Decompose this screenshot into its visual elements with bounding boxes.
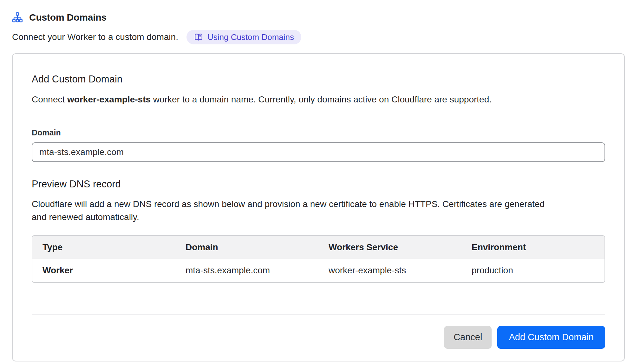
- card-description-suffix: worker to a domain name. Currently, only…: [151, 94, 492, 104]
- dns-table-header-row: Type Domain Workers Service Environment: [32, 236, 605, 259]
- workers-custom-domains-page: Custom Domains Connect your Worker to a …: [0, 0, 634, 364]
- card-footer: Cancel Add Custom Domain: [32, 326, 605, 349]
- card-description-prefix: Connect: [32, 94, 67, 104]
- column-header-domain: Domain: [175, 236, 318, 259]
- preview-dns-title: Preview DNS record: [32, 179, 605, 190]
- domain-label: Domain: [32, 128, 605, 137]
- card-title: Add Custom Domain: [32, 74, 605, 85]
- dns-table-header: Type Domain Workers Service Environment: [32, 236, 605, 259]
- page-subtitle: Connect your Worker to a custom domain.: [12, 32, 178, 42]
- dns-table-body: Worker mta-sts.example.com worker-exampl…: [32, 259, 605, 282]
- page-header: Custom Domains Connect your Worker to a …: [12, 12, 624, 44]
- cell-type: Worker: [32, 259, 175, 282]
- page-title-row: Custom Domains: [12, 12, 624, 23]
- footer-divider: [32, 314, 605, 315]
- table-row: Worker mta-sts.example.com worker-exampl…: [32, 259, 605, 282]
- preview-dns-description: Cloudflare will add a new DNS record as …: [32, 198, 549, 224]
- cell-domain: mta-sts.example.com: [175, 259, 318, 282]
- worker-name: worker-example-sts: [67, 94, 151, 104]
- add-custom-domain-button[interactable]: Add Custom Domain: [497, 326, 605, 349]
- column-header-type: Type: [32, 236, 175, 259]
- card-description: Connect worker-example-sts worker to a d…: [32, 94, 605, 105]
- dns-preview-table: Type Domain Workers Service Environment …: [32, 235, 605, 283]
- page-subtitle-row: Connect your Worker to a custom domain. …: [12, 30, 624, 44]
- cell-workers-service: worker-example-sts: [318, 259, 461, 282]
- docs-link-using-custom-domains[interactable]: Using Custom Domains: [186, 30, 301, 44]
- page-title: Custom Domains: [29, 12, 107, 23]
- add-custom-domain-card: Add Custom Domain Connect worker-example…: [12, 53, 625, 361]
- open-book-icon: [194, 32, 203, 42]
- docs-link-label: Using Custom Domains: [207, 32, 294, 42]
- sitemap-icon: [12, 12, 23, 23]
- cancel-button[interactable]: Cancel: [444, 326, 492, 349]
- domain-input[interactable]: [32, 142, 605, 162]
- column-header-workers-service: Workers Service: [318, 236, 461, 259]
- cell-environment: production: [461, 259, 605, 282]
- column-header-environment: Environment: [461, 236, 605, 259]
